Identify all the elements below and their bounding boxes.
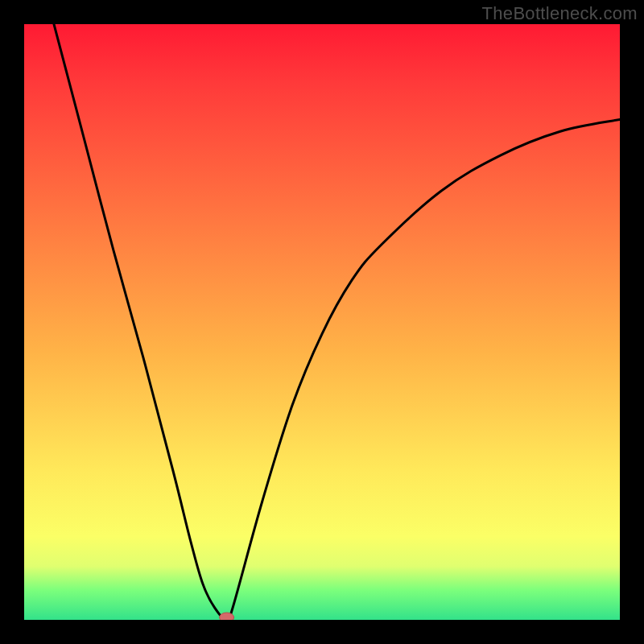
optimal-point-marker — [220, 613, 234, 620]
chart-frame: TheBottleneck.com — [0, 0, 644, 644]
curve-path — [54, 24, 620, 620]
bottleneck-curve — [24, 24, 620, 620]
plot-area — [24, 24, 620, 620]
watermark-text: TheBottleneck.com — [482, 3, 638, 24]
